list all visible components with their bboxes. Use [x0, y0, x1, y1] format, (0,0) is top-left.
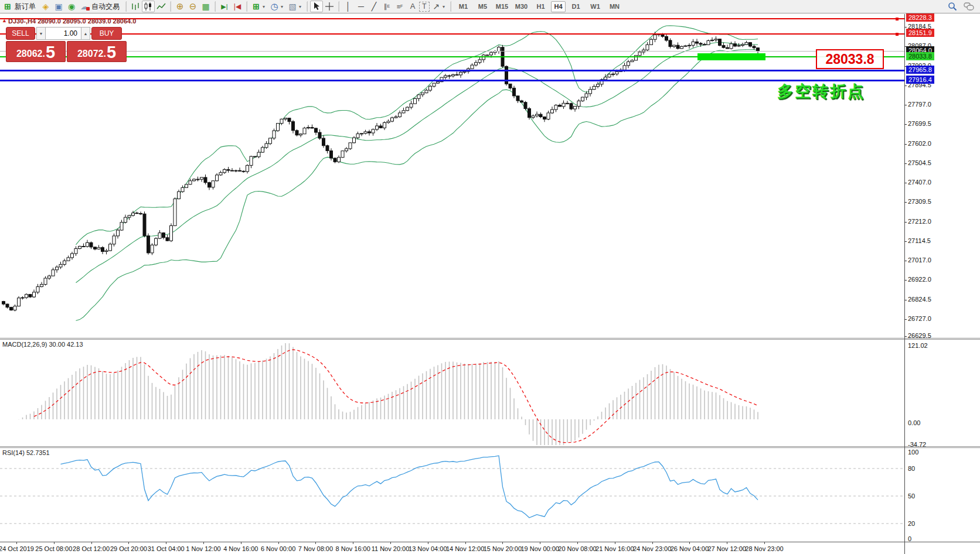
rsi-axis-label: 50 [908, 493, 915, 500]
pane-separator[interactable] [0, 447, 980, 448]
price-axis-border [904, 14, 905, 554]
time-axis-label: 14 Nov 12:00 [446, 545, 484, 552]
time-tick-mark [465, 542, 466, 544]
pane-separator[interactable] [0, 338, 980, 338]
price-tick-label: 27309.5 [908, 198, 931, 205]
price-tick-label: 26629.5 [908, 332, 931, 339]
pane-separator[interactable] [0, 339, 980, 340]
price-tick-mark [904, 105, 907, 105]
pane-separator[interactable] [0, 446, 980, 447]
price-annotation-box[interactable]: 28033.8 [816, 49, 884, 69]
time-axis-label: 28 Nov 23:00 [745, 545, 783, 552]
time-tick-mark [652, 542, 653, 544]
time-axis-label: 11 Nov 20:00 [372, 545, 410, 552]
time-tick-mark [315, 542, 316, 544]
price-level-badge: 28151.9 [906, 29, 934, 37]
volume-increase-button[interactable]: ▲ [81, 27, 90, 40]
price-tick-label: 27407.0 [908, 179, 931, 186]
time-axis-label: 21 Nov 16:00 [596, 545, 634, 552]
turning-point-note[interactable]: 多空转折点 [777, 81, 865, 102]
time-axis-label: 13 Nov 04:00 [409, 545, 447, 552]
time-tick-mark [764, 542, 765, 544]
sell-price-pips: 5 [46, 45, 55, 60]
volume-input[interactable] [46, 27, 81, 40]
trade-panel-collapse-icon[interactable]: ▲ [2, 18, 7, 23]
time-axis-label: 4 Nov 16:00 [223, 545, 258, 552]
line-handle[interactable] [896, 18, 899, 20]
time-tick-mark [615, 542, 615, 544]
time-tick-mark [540, 542, 540, 544]
price-tick-mark [904, 124, 907, 125]
line-handle[interactable] [896, 33, 899, 36]
time-tick-mark [502, 542, 503, 544]
price-level-badge: 27916.4 [906, 76, 934, 84]
price-tick-mark [904, 300, 907, 300]
time-axis-label: 29 Oct 20:00 [110, 545, 147, 552]
time-tick-mark [278, 542, 279, 544]
sell-price-main: 28062. [16, 47, 45, 60]
price-tick-mark [904, 241, 907, 242]
price-tick-label: 27504.5 [908, 159, 931, 166]
price-tick-label: 27114.5 [908, 237, 931, 244]
time-tick-mark [577, 542, 578, 544]
horizontal-level-line[interactable] [0, 80, 904, 81]
buy-price[interactable]: 28072.5 [67, 41, 127, 62]
time-axis-label: 28 Oct 12:00 [73, 545, 110, 552]
chart-canvas[interactable] [0, 0, 904, 554]
horizontal-level-line[interactable] [0, 51, 904, 52]
horizontal-level-line[interactable] [0, 33, 904, 35]
time-axis-label: 25 Oct 08:00 [35, 545, 72, 552]
time-tick-mark [241, 542, 241, 544]
macd-label: MACD(12,26,9) 30.00 42.13 [2, 341, 83, 348]
time-tick-mark [91, 542, 92, 544]
time-axis-label: 27 Nov 12:00 [707, 545, 746, 552]
support-highlight-bar[interactable] [697, 53, 765, 60]
chat-icon[interactable] [962, 1, 975, 12]
time-tick-mark [353, 542, 353, 544]
time-tick-mark [689, 542, 690, 544]
price-tick-label: 27017.0 [908, 257, 931, 264]
time-axis-label: 8 Nov 16:00 [336, 545, 370, 552]
mt4-window: ⊞ 新订单 ◈ ▣ ◉ ☁ 自动交易 ⊕ ⊖ ▦ ▶ [0, 0, 980, 554]
volume-decrease-button[interactable]: ▼ [36, 27, 46, 40]
price-tick-label: 27699.5 [908, 120, 931, 127]
price-tick-mark [904, 222, 907, 223]
price-tick-label: 26727.0 [908, 315, 931, 322]
macd-axis-label: -34.72 [908, 441, 926, 448]
price-tick-mark [904, 202, 907, 203]
time-axis-border [0, 542, 980, 542]
price-level-badge: 28228.3 [906, 13, 934, 22]
symbol-ohlc-header: DJ30-,H4 28090.0 28095.0 28039.0 28064.0 [8, 18, 136, 25]
time-tick-mark [203, 542, 204, 544]
macd-axis-label: 121.02 [908, 342, 928, 349]
time-tick-mark [428, 542, 428, 544]
time-axis-label: 1 Nov 12:00 [186, 545, 220, 552]
price-tick-mark [904, 280, 907, 281]
time-tick-mark [166, 542, 166, 544]
time-tick-mark [390, 542, 391, 544]
time-axis-label: 24 Oct 2019 [0, 545, 34, 552]
price-tick-mark [904, 163, 907, 164]
time-tick-mark [128, 542, 129, 544]
time-axis-label: 19 Nov 00:00 [520, 545, 559, 552]
price-level-badge: 28033.8 [906, 52, 934, 60]
time-tick-mark [727, 542, 727, 544]
sell-button[interactable]: SELL [6, 27, 35, 40]
horizontal-level-line[interactable] [0, 56, 904, 57]
price-tick-label: 27797.0 [908, 101, 931, 108]
price-tick-label: 27212.0 [908, 218, 931, 225]
price-tick-mark [904, 319, 907, 320]
price-tick-label: 26824.5 [908, 296, 931, 303]
search-icon[interactable] [946, 1, 959, 12]
horizontal-level-line[interactable] [0, 70, 904, 71]
price-tick-mark [904, 183, 907, 183]
buy-button[interactable]: BUY [91, 27, 122, 40]
rsi-axis-label: 20 [908, 520, 915, 527]
price-tick-mark [904, 336, 907, 337]
time-axis-label: 26 Nov 04:00 [671, 545, 709, 552]
time-axis-label: 7 Nov 08:00 [298, 545, 333, 552]
time-tick-mark [16, 542, 17, 544]
price-level-badge: 27965.8 [906, 66, 934, 74]
sell-price[interactable]: 28062.5 [6, 41, 66, 62]
rsi-axis-label: 0 [908, 535, 911, 542]
